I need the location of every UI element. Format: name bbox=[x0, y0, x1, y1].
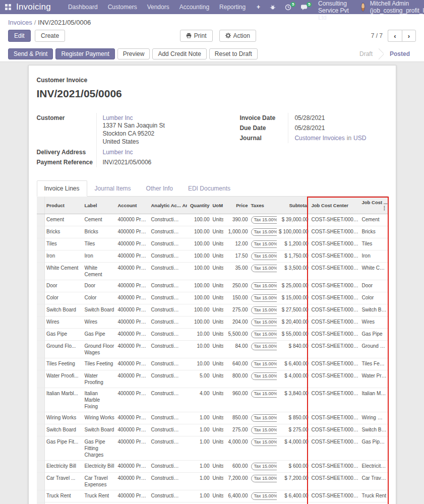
invoice-line-row[interactable]: Switch BoardSwitch Board400000 Pro...Con… bbox=[37, 424, 389, 436]
invoice-line-row[interactable]: Tiles FeetingTiles Feeting400000 Pro...C… bbox=[37, 358, 389, 370]
invoice-line-row[interactable]: Switch BoardSwitch Board400000 Pro...Con… bbox=[37, 304, 389, 317]
breadcrumb-invoices-link[interactable]: Invoices bbox=[8, 19, 32, 26]
cell-price: 4,000.00 bbox=[223, 436, 250, 461]
cell-account: 400000 Pro... bbox=[116, 424, 150, 436]
cell-account: 400000 Pro... bbox=[116, 436, 150, 461]
app-title[interactable]: Invoicing bbox=[16, 2, 51, 12]
nav-item-vendors[interactable]: Vendors bbox=[142, 0, 174, 14]
cell-tags bbox=[181, 226, 187, 238]
print-button[interactable]: Print bbox=[180, 30, 213, 42]
invoice-line-row[interactable]: WiresWires400000 Pro...Constructio...100… bbox=[37, 317, 389, 329]
cell-label: Iron bbox=[83, 250, 116, 263]
invoice-line-row[interactable]: Gas PipeGas Pipe400000 Pro...Constructio… bbox=[37, 329, 389, 341]
invoice-line-row[interactable]: BricksBricks400000 Pro...Constructio...1… bbox=[37, 226, 389, 238]
edit-button[interactable]: Edit bbox=[8, 30, 31, 42]
cell-product: Italian Marbl... bbox=[45, 388, 83, 412]
delivery-address-link[interactable]: Lumber Inc bbox=[103, 149, 133, 156]
messages-icon[interactable]: 5 bbox=[297, 2, 311, 13]
cell-tags bbox=[181, 412, 187, 424]
activities-icon[interactable]: 5 bbox=[281, 2, 295, 13]
cell-tax: Tax 15.00% bbox=[250, 473, 277, 490]
cell-uom: Units bbox=[211, 329, 223, 341]
tax-pill: Tax 15.00% bbox=[251, 306, 277, 314]
cell-product: Wiring Works bbox=[45, 502, 83, 504]
nav-plus[interactable]: + bbox=[252, 0, 265, 14]
company-switcher[interactable]: Probuse Consulting Service Pvt Ltd bbox=[313, 0, 357, 21]
tax-pill: Tax 15.00% bbox=[251, 265, 277, 272]
cell-subtotal: $ 6,400.00 bbox=[277, 358, 310, 370]
action-preview-button[interactable]: Preview bbox=[117, 48, 150, 59]
invoice-line-row[interactable]: TilesTiles400000 Pro...Constructio...100… bbox=[37, 238, 389, 250]
cell-tags bbox=[181, 304, 187, 317]
apps-menu-icon[interactable] bbox=[5, 4, 11, 10]
tab-invoice-lines[interactable]: Invoice Lines bbox=[37, 180, 87, 197]
cell-handle bbox=[37, 436, 45, 461]
action-reset-to-draft-button[interactable]: Reset to Draft bbox=[209, 48, 258, 59]
cell-tax: Tax 15.00% bbox=[250, 370, 277, 388]
action-send-print-button[interactable]: Send & Print bbox=[8, 48, 53, 59]
user-menu[interactable]: Mitchell Admin (job_costing_profit_loss) bbox=[370, 0, 424, 14]
invoice-line-row[interactable]: Italian Marbl...Italian Marble Fixing400… bbox=[37, 388, 389, 412]
cell-qty: 1.00 bbox=[187, 424, 211, 436]
pager-next-button[interactable]: › bbox=[402, 30, 416, 42]
invoice-line-row[interactable]: Electricity BillElectricity Bill400000 P… bbox=[37, 461, 389, 473]
cell-jcc: COST-SHEET/00001 bbox=[310, 412, 360, 424]
invoice-line-row[interactable]: Water Proofi...Water Proofing400000 Pro.… bbox=[37, 370, 389, 388]
invoice-line-row[interactable]: Gas Pipe Fit...Gas Pipe Fitting Charges4… bbox=[37, 436, 389, 461]
cell-jcc: COST-SHEET/00001 bbox=[310, 214, 360, 226]
cell-uom: Units bbox=[211, 461, 223, 473]
optional-columns-icon[interactable]: ⋮ bbox=[382, 205, 387, 211]
tax-pill: Tax 15.00% bbox=[251, 240, 277, 248]
tax-pill: Tax 15.00% bbox=[251, 319, 277, 326]
action-register-payment-button[interactable]: Register Payment bbox=[55, 48, 114, 59]
cell-tags bbox=[181, 292, 187, 304]
cell-handle bbox=[37, 238, 45, 250]
tab-journal-items[interactable]: Journal Items bbox=[87, 180, 139, 197]
cell-handle bbox=[37, 317, 45, 329]
invoice-line-row[interactable]: ColorColor400000 Pro...Constructio...100… bbox=[37, 292, 389, 304]
cell-jc: Cement bbox=[360, 214, 389, 226]
cell-jc: Switch Board bbox=[360, 424, 389, 436]
invoice-line-row[interactable]: DoorDoor400000 Pro...Constructio...100.0… bbox=[37, 280, 389, 292]
tax-pill: Tax 15.00% bbox=[251, 331, 277, 338]
journal-link[interactable]: Customer Invoices bbox=[294, 135, 344, 142]
create-button[interactable]: Create bbox=[35, 30, 65, 42]
cell-subtotal: $ 6,400.00 bbox=[277, 490, 310, 502]
cell-product: Door bbox=[45, 280, 83, 292]
cell-tags bbox=[181, 388, 187, 412]
invoice-line-row[interactable]: Wiring WorksWiring Works400000 Pro...Con… bbox=[37, 502, 389, 504]
cell-jcc: COST-SHEET/00001 bbox=[310, 317, 360, 329]
tab-edi-documents[interactable]: EDI Documents bbox=[180, 180, 238, 197]
cell-qty: 1.00 bbox=[187, 502, 211, 504]
cell-qty: 100.00 bbox=[187, 292, 211, 304]
invoice-line-row[interactable]: CementCement400000 Pro...Constructio...1… bbox=[37, 214, 389, 226]
state-posted[interactable]: Posted bbox=[384, 50, 416, 57]
nav-item-dashboard[interactable]: Dashboard bbox=[63, 0, 103, 14]
main-content: Customer Invoice INV/2021/05/0006 Custom… bbox=[0, 62, 424, 504]
nav-item-customers[interactable]: Customers bbox=[103, 0, 142, 14]
pager-previous-button[interactable]: ‹ bbox=[388, 30, 402, 42]
invoice-line-row[interactable]: Truck RentTruck Rent400000 Pro...Constru… bbox=[37, 490, 389, 502]
currency-link[interactable]: USD bbox=[353, 135, 366, 142]
state-draft[interactable]: Draft bbox=[353, 50, 379, 57]
invoice-line-row[interactable]: White CementWhite Cement400000 Pro...Con… bbox=[37, 263, 389, 280]
action-add-credit-note-button[interactable]: Add Credit Note bbox=[152, 48, 206, 59]
cell-analytic: Constructio... bbox=[150, 292, 181, 304]
invoice-line-row[interactable]: Ground Flo...Ground Floor Wages400000 Pr… bbox=[37, 341, 389, 358]
invoice-line-row[interactable]: Car Travel ...Car Travel Expenses400000 … bbox=[37, 473, 389, 490]
cell-qty: 100.00 bbox=[187, 280, 211, 292]
cell-jcc: COST-SHEET/00001 bbox=[310, 341, 360, 358]
cell-uom: Units bbox=[211, 473, 223, 490]
payment-reference-value: INV/2021/05/0006 bbox=[103, 159, 152, 166]
column-header-subtotal: Subtotal bbox=[277, 197, 310, 214]
user-avatar[interactable] bbox=[361, 3, 365, 12]
invoice-line-row[interactable]: Wiring WorksWiring Works400000 Pro...Con… bbox=[37, 412, 389, 424]
invoice-line-row[interactable]: IronIron400000 Pro...Constructio...100.0… bbox=[37, 250, 389, 263]
tab-other-info[interactable]: Other Info bbox=[139, 180, 180, 197]
cell-label: Ground Floor Wages bbox=[83, 341, 116, 358]
nav-item-reporting[interactable]: Reporting bbox=[214, 0, 251, 14]
action-button[interactable]: Action bbox=[219, 30, 256, 42]
nav-item-accounting[interactable]: Accounting bbox=[174, 0, 214, 14]
customer-link[interactable]: Lumber Inc bbox=[103, 114, 133, 121]
debug-icon[interactable] bbox=[266, 2, 279, 12]
